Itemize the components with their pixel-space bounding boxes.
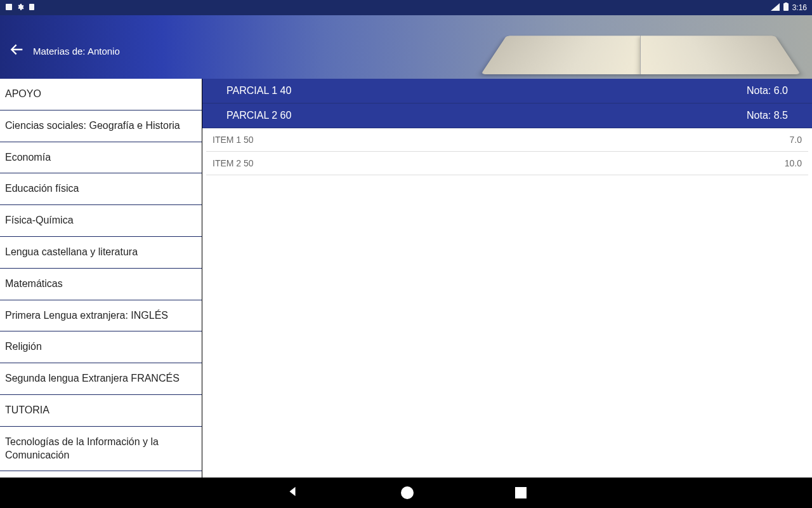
parcial-1-header[interactable]: PARCIAL 1 40 Nota: 6.0 [202, 79, 812, 104]
sidebar-item-educacion-fisica[interactable]: Educación física [0, 173, 202, 205]
svg-rect-1 [29, 4, 34, 10]
status-bar: 3:16 [0, 0, 812, 15]
subjects-sidebar: APOYO Ciencias sociales: Geografía e His… [0, 79, 202, 478]
header-book-image [481, 36, 801, 74]
sidebar-item-matematicas[interactable]: Matemáticas [0, 269, 202, 300]
grades-panel: PARCIAL 1 40 Nota: 6.0 PARCIAL 2 60 Nota… [202, 79, 812, 478]
parcial-1-label: PARCIAL 1 40 [226, 85, 291, 97]
sidebar-item-ciencias-sociales[interactable]: Ciencias sociales: Geografía e Historia [0, 110, 202, 142]
svg-rect-2 [783, 3, 789, 11]
item-value: 7.0 [790, 135, 802, 145]
item-label: ITEM 1 50 [213, 135, 254, 145]
battery-icon [783, 3, 789, 13]
sidebar-item-fisica-quimica[interactable]: Física-Química [0, 205, 202, 237]
sidebar-item-apoyo[interactable]: APOYO [0, 79, 202, 110]
svg-rect-0 [6, 4, 12, 10]
parcial-2-nota: Nota: 8.5 [747, 110, 788, 121]
item-label: ITEM 2 50 [213, 158, 254, 168]
clipboard-icon [28, 3, 36, 13]
page-title: Materias de: Antonio [33, 46, 120, 57]
sidebar-item-tecnologias[interactable]: Tecnologías de la Información y la Comun… [0, 427, 202, 472]
item-value: 10.0 [785, 158, 802, 168]
app-header: Materias de: Antonio [0, 15, 812, 79]
notif-icon [5, 3, 13, 13]
nav-home-button[interactable] [401, 486, 414, 499]
sidebar-item-tutoria[interactable]: TUTORIA [0, 395, 202, 427]
svg-rect-3 [785, 3, 787, 4]
nav-recent-button[interactable] [515, 487, 527, 498]
grade-item-row: ITEM 2 50 10.0 [206, 152, 808, 175]
parcial-2-label: PARCIAL 2 60 [226, 110, 291, 121]
android-nav-bar [0, 478, 812, 508]
grade-item-row: ITEM 1 50 7.0 [206, 128, 808, 152]
sidebar-item-ingles[interactable]: Primera Lengua extranjera: INGLÉS [0, 300, 202, 332]
sidebar-item-economia[interactable]: Economía [0, 142, 202, 174]
parcial-1-nota: Nota: 6.0 [747, 85, 788, 97]
back-arrow-icon[interactable] [8, 41, 25, 61]
signal-icon [771, 3, 780, 13]
sidebar-item-religion[interactable]: Religión [0, 331, 202, 363]
gear-icon [16, 3, 24, 13]
nav-back-button[interactable] [285, 485, 299, 501]
status-time: 3:16 [792, 3, 807, 12]
sidebar-item-lengua[interactable]: Lengua castellana y literatura [0, 237, 202, 269]
sidebar-item-frances[interactable]: Segunda lengua Extranjera FRANCÉS [0, 363, 202, 395]
parcial-2-header[interactable]: PARCIAL 2 60 Nota: 8.5 [202, 104, 812, 128]
